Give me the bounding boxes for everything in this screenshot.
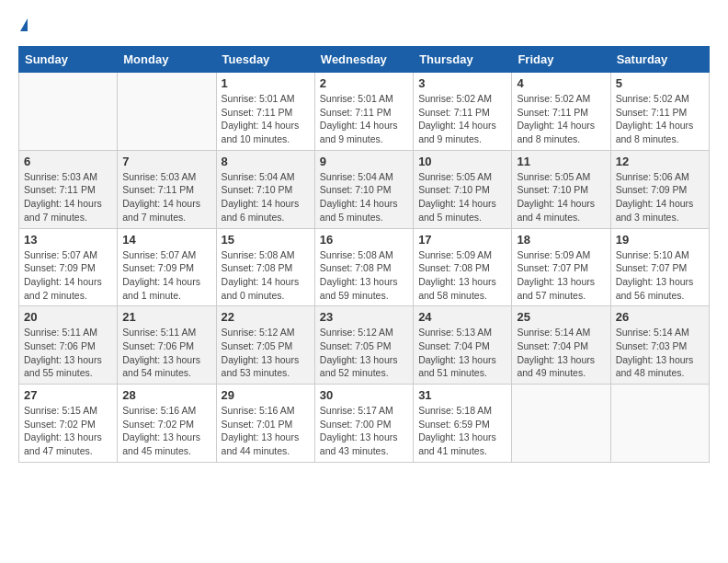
- column-header-tuesday: Tuesday: [216, 47, 314, 73]
- day-info: Sunrise: 5:06 AMSunset: 7:09 PMDaylight:…: [616, 170, 704, 224]
- day-number: 5: [616, 76, 704, 90]
- day-number: 2: [320, 76, 408, 90]
- calendar-cell: 26Sunrise: 5:14 AMSunset: 7:03 PMDayligh…: [610, 306, 709, 385]
- column-header-thursday: Thursday: [414, 47, 512, 73]
- day-number: 27: [24, 388, 112, 402]
- calendar-cell: 19Sunrise: 5:10 AMSunset: 7:07 PMDayligh…: [610, 228, 709, 306]
- day-info: Sunrise: 5:08 AMSunset: 7:08 PMDaylight:…: [320, 248, 408, 303]
- calendar-header-row: SundayMondayTuesdayWednesdayThursdayFrid…: [19, 47, 710, 73]
- day-number: 16: [320, 233, 408, 247]
- day-number: 1: [222, 76, 310, 90]
- day-number: 13: [24, 233, 112, 247]
- day-info: Sunrise: 5:12 AMSunset: 7:05 PMDaylight:…: [222, 326, 310, 380]
- calendar-cell: 3Sunrise: 5:02 AMSunset: 7:11 PMDaylight…: [414, 73, 512, 151]
- day-info: Sunrise: 5:08 AMSunset: 7:08 PMDaylight:…: [222, 248, 310, 303]
- day-info: Sunrise: 5:05 AMSunset: 7:10 PMDaylight:…: [517, 170, 605, 224]
- day-info: Sunrise: 5:17 AMSunset: 7:00 PMDaylight:…: [320, 404, 408, 458]
- day-info: Sunrise: 5:07 AMSunset: 7:09 PMDaylight:…: [122, 248, 210, 303]
- calendar-cell: [19, 73, 118, 151]
- calendar-cell: 20Sunrise: 5:11 AMSunset: 7:06 PMDayligh…: [19, 306, 118, 385]
- day-info: Sunrise: 5:09 AMSunset: 7:07 PMDaylight:…: [517, 248, 605, 303]
- column-header-wednesday: Wednesday: [314, 47, 413, 73]
- calendar-cell: 13Sunrise: 5:07 AMSunset: 7:09 PMDayligh…: [19, 228, 118, 306]
- calendar-cell: 10Sunrise: 5:05 AMSunset: 7:10 PMDayligh…: [414, 150, 512, 228]
- day-info: Sunrise: 5:04 AMSunset: 7:10 PMDaylight:…: [320, 170, 408, 224]
- day-number: 22: [222, 310, 310, 324]
- logo: [18, 18, 29, 31]
- day-info: Sunrise: 5:07 AMSunset: 7:09 PMDaylight:…: [24, 248, 112, 303]
- calendar-cell: 21Sunrise: 5:11 AMSunset: 7:06 PMDayligh…: [118, 306, 216, 385]
- calendar-cell: 7Sunrise: 5:03 AMSunset: 7:11 PMDaylight…: [118, 150, 216, 228]
- day-info: Sunrise: 5:03 AMSunset: 7:11 PMDaylight:…: [24, 170, 112, 224]
- day-info: Sunrise: 5:02 AMSunset: 7:11 PMDaylight:…: [418, 92, 506, 146]
- calendar-cell: 8Sunrise: 5:04 AMSunset: 7:10 PMDaylight…: [216, 150, 314, 228]
- calendar-week-row: 1Sunrise: 5:01 AMSunset: 7:11 PMDaylight…: [19, 73, 710, 151]
- calendar-cell: 25Sunrise: 5:14 AMSunset: 7:04 PMDayligh…: [512, 306, 610, 385]
- calendar-cell: 28Sunrise: 5:16 AMSunset: 7:02 PMDayligh…: [118, 385, 216, 463]
- calendar-cell: 24Sunrise: 5:13 AMSunset: 7:04 PMDayligh…: [414, 306, 512, 385]
- day-number: 29: [222, 388, 310, 402]
- day-number: 3: [418, 76, 506, 90]
- day-info: Sunrise: 5:10 AMSunset: 7:07 PMDaylight:…: [616, 248, 704, 303]
- logo-icon: [20, 18, 28, 31]
- day-info: Sunrise: 5:16 AMSunset: 7:02 PMDaylight:…: [122, 404, 210, 458]
- calendar-cell: 18Sunrise: 5:09 AMSunset: 7:07 PMDayligh…: [512, 228, 610, 306]
- day-info: Sunrise: 5:02 AMSunset: 7:11 PMDaylight:…: [517, 92, 605, 146]
- day-info: Sunrise: 5:15 AMSunset: 7:02 PMDaylight:…: [24, 404, 112, 458]
- day-number: 7: [122, 155, 210, 168]
- column-header-sunday: Sunday: [19, 47, 118, 73]
- day-number: 14: [122, 233, 210, 247]
- day-number: 24: [418, 310, 506, 324]
- calendar-cell: 22Sunrise: 5:12 AMSunset: 7:05 PMDayligh…: [216, 306, 314, 385]
- calendar-cell: 31Sunrise: 5:18 AMSunset: 6:59 PMDayligh…: [414, 385, 512, 463]
- calendar-week-row: 6Sunrise: 5:03 AMSunset: 7:11 PMDaylight…: [19, 150, 710, 228]
- day-info: Sunrise: 5:05 AMSunset: 7:10 PMDaylight:…: [418, 170, 506, 224]
- day-number: 26: [616, 310, 704, 324]
- day-info: Sunrise: 5:01 AMSunset: 7:11 PMDaylight:…: [222, 92, 310, 146]
- page-header: [18, 18, 710, 31]
- calendar-week-row: 20Sunrise: 5:11 AMSunset: 7:06 PMDayligh…: [19, 306, 710, 385]
- calendar-cell: 4Sunrise: 5:02 AMSunset: 7:11 PMDaylight…: [512, 73, 610, 151]
- day-number: 17: [418, 233, 506, 247]
- day-number: 12: [616, 155, 704, 168]
- day-number: 9: [320, 155, 408, 168]
- day-info: Sunrise: 5:14 AMSunset: 7:03 PMDaylight:…: [616, 326, 704, 380]
- day-number: 11: [517, 155, 605, 168]
- day-number: 15: [222, 233, 310, 247]
- calendar-cell: 14Sunrise: 5:07 AMSunset: 7:09 PMDayligh…: [118, 228, 216, 306]
- calendar-cell: 9Sunrise: 5:04 AMSunset: 7:10 PMDaylight…: [314, 150, 413, 228]
- column-header-monday: Monday: [118, 47, 216, 73]
- day-number: 19: [616, 233, 704, 247]
- calendar-week-row: 13Sunrise: 5:07 AMSunset: 7:09 PMDayligh…: [19, 228, 710, 306]
- calendar-cell: [118, 73, 216, 151]
- calendar-cell: 2Sunrise: 5:01 AMSunset: 7:11 PMDaylight…: [314, 73, 413, 151]
- day-number: 20: [24, 310, 112, 324]
- day-number: 25: [517, 310, 605, 324]
- calendar-cell: 16Sunrise: 5:08 AMSunset: 7:08 PMDayligh…: [314, 228, 413, 306]
- day-number: 31: [418, 388, 506, 402]
- day-info: Sunrise: 5:14 AMSunset: 7:04 PMDaylight:…: [517, 326, 605, 380]
- day-info: Sunrise: 5:01 AMSunset: 7:11 PMDaylight:…: [320, 92, 408, 146]
- day-number: 18: [517, 233, 605, 247]
- day-number: 6: [24, 155, 112, 168]
- day-info: Sunrise: 5:16 AMSunset: 7:01 PMDaylight:…: [222, 404, 310, 458]
- day-number: 23: [320, 310, 408, 324]
- column-header-saturday: Saturday: [610, 47, 709, 73]
- calendar-cell: [512, 385, 610, 463]
- day-number: 4: [517, 76, 605, 90]
- day-number: 8: [222, 155, 310, 168]
- calendar-cell: 15Sunrise: 5:08 AMSunset: 7:08 PMDayligh…: [216, 228, 314, 306]
- day-info: Sunrise: 5:11 AMSunset: 7:06 PMDaylight:…: [122, 326, 210, 380]
- calendar-cell: [610, 385, 709, 463]
- day-number: 28: [122, 388, 210, 402]
- day-info: Sunrise: 5:04 AMSunset: 7:10 PMDaylight:…: [222, 170, 310, 224]
- calendar-cell: 17Sunrise: 5:09 AMSunset: 7:08 PMDayligh…: [414, 228, 512, 306]
- day-number: 30: [320, 388, 408, 402]
- calendar-cell: 27Sunrise: 5:15 AMSunset: 7:02 PMDayligh…: [19, 385, 118, 463]
- day-number: 10: [418, 155, 506, 168]
- calendar-cell: 6Sunrise: 5:03 AMSunset: 7:11 PMDaylight…: [19, 150, 118, 228]
- day-info: Sunrise: 5:09 AMSunset: 7:08 PMDaylight:…: [418, 248, 506, 303]
- calendar-cell: 1Sunrise: 5:01 AMSunset: 7:11 PMDaylight…: [216, 73, 314, 151]
- day-info: Sunrise: 5:03 AMSunset: 7:11 PMDaylight:…: [122, 170, 210, 224]
- calendar-cell: 29Sunrise: 5:16 AMSunset: 7:01 PMDayligh…: [216, 385, 314, 463]
